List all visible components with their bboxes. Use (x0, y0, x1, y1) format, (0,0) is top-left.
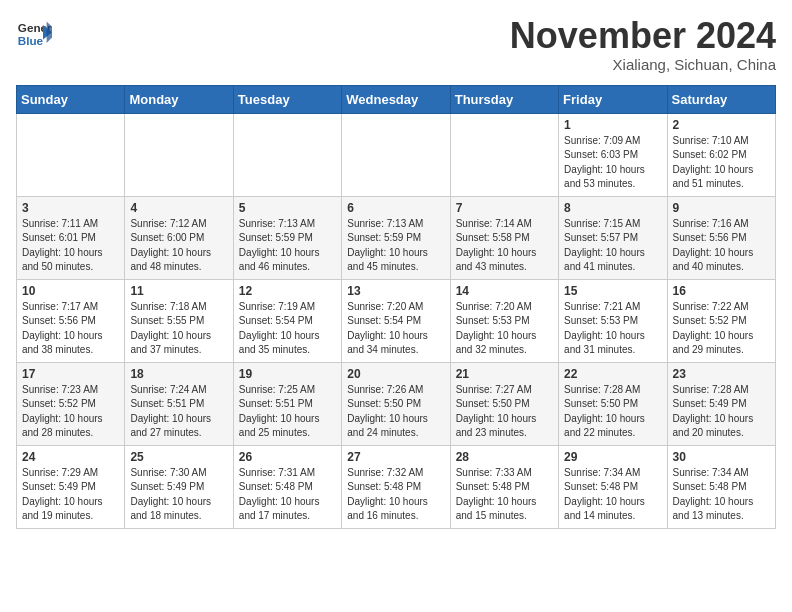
day-info: Sunrise: 7:27 AMSunset: 5:50 PMDaylight:… (456, 383, 553, 441)
day-number: 4 (130, 201, 227, 215)
day-number: 21 (456, 367, 553, 381)
day-number: 22 (564, 367, 661, 381)
day-info: Sunrise: 7:11 AMSunset: 6:01 PMDaylight:… (22, 217, 119, 275)
calendar-day-15: 15Sunrise: 7:21 AMSunset: 5:53 PMDayligh… (559, 279, 667, 362)
calendar-day-21: 21Sunrise: 7:27 AMSunset: 5:50 PMDayligh… (450, 362, 558, 445)
day-info: Sunrise: 7:29 AMSunset: 5:49 PMDaylight:… (22, 466, 119, 524)
calendar-week-1: 1Sunrise: 7:09 AMSunset: 6:03 PMDaylight… (17, 113, 776, 196)
day-info: Sunrise: 7:13 AMSunset: 5:59 PMDaylight:… (239, 217, 336, 275)
day-info: Sunrise: 7:28 AMSunset: 5:49 PMDaylight:… (673, 383, 770, 441)
day-info: Sunrise: 7:34 AMSunset: 5:48 PMDaylight:… (673, 466, 770, 524)
day-number: 20 (347, 367, 444, 381)
weekday-header-saturday: Saturday (667, 85, 775, 113)
calendar-empty-cell (342, 113, 450, 196)
day-number: 2 (673, 118, 770, 132)
calendar-day-3: 3Sunrise: 7:11 AMSunset: 6:01 PMDaylight… (17, 196, 125, 279)
day-info: Sunrise: 7:10 AMSunset: 6:02 PMDaylight:… (673, 134, 770, 192)
day-number: 5 (239, 201, 336, 215)
weekday-header-monday: Monday (125, 85, 233, 113)
calendar-day-14: 14Sunrise: 7:20 AMSunset: 5:53 PMDayligh… (450, 279, 558, 362)
calendar-day-1: 1Sunrise: 7:09 AMSunset: 6:03 PMDaylight… (559, 113, 667, 196)
day-number: 15 (564, 284, 661, 298)
logo-icon: General Blue (16, 16, 52, 52)
month-title: November 2024 (510, 16, 776, 56)
calendar-day-18: 18Sunrise: 7:24 AMSunset: 5:51 PMDayligh… (125, 362, 233, 445)
day-number: 11 (130, 284, 227, 298)
location-subtitle: Xialiang, Sichuan, China (510, 56, 776, 73)
day-info: Sunrise: 7:24 AMSunset: 5:51 PMDaylight:… (130, 383, 227, 441)
day-info: Sunrise: 7:17 AMSunset: 5:56 PMDaylight:… (22, 300, 119, 358)
calendar-day-4: 4Sunrise: 7:12 AMSunset: 6:00 PMDaylight… (125, 196, 233, 279)
day-number: 27 (347, 450, 444, 464)
calendar-day-25: 25Sunrise: 7:30 AMSunset: 5:49 PMDayligh… (125, 445, 233, 528)
page-header: General Blue November 2024 Xialiang, Sic… (16, 16, 776, 73)
calendar-day-16: 16Sunrise: 7:22 AMSunset: 5:52 PMDayligh… (667, 279, 775, 362)
day-number: 16 (673, 284, 770, 298)
calendar-day-8: 8Sunrise: 7:15 AMSunset: 5:57 PMDaylight… (559, 196, 667, 279)
day-number: 9 (673, 201, 770, 215)
day-info: Sunrise: 7:32 AMSunset: 5:48 PMDaylight:… (347, 466, 444, 524)
day-info: Sunrise: 7:14 AMSunset: 5:58 PMDaylight:… (456, 217, 553, 275)
calendar-day-17: 17Sunrise: 7:23 AMSunset: 5:52 PMDayligh… (17, 362, 125, 445)
calendar-day-19: 19Sunrise: 7:25 AMSunset: 5:51 PMDayligh… (233, 362, 341, 445)
calendar-empty-cell (450, 113, 558, 196)
day-number: 13 (347, 284, 444, 298)
day-number: 1 (564, 118, 661, 132)
calendar-empty-cell (125, 113, 233, 196)
weekday-header-tuesday: Tuesday (233, 85, 341, 113)
svg-text:Blue: Blue (18, 34, 44, 47)
day-number: 24 (22, 450, 119, 464)
title-block: November 2024 Xialiang, Sichuan, China (510, 16, 776, 73)
day-info: Sunrise: 7:22 AMSunset: 5:52 PMDaylight:… (673, 300, 770, 358)
calendar-day-9: 9Sunrise: 7:16 AMSunset: 5:56 PMDaylight… (667, 196, 775, 279)
calendar-week-3: 10Sunrise: 7:17 AMSunset: 5:56 PMDayligh… (17, 279, 776, 362)
calendar-table: SundayMondayTuesdayWednesdayThursdayFrid… (16, 85, 776, 529)
calendar-day-30: 30Sunrise: 7:34 AMSunset: 5:48 PMDayligh… (667, 445, 775, 528)
day-info: Sunrise: 7:19 AMSunset: 5:54 PMDaylight:… (239, 300, 336, 358)
calendar-day-23: 23Sunrise: 7:28 AMSunset: 5:49 PMDayligh… (667, 362, 775, 445)
day-info: Sunrise: 7:28 AMSunset: 5:50 PMDaylight:… (564, 383, 661, 441)
day-number: 18 (130, 367, 227, 381)
day-number: 28 (456, 450, 553, 464)
day-info: Sunrise: 7:34 AMSunset: 5:48 PMDaylight:… (564, 466, 661, 524)
logo: General Blue (16, 16, 52, 52)
day-number: 29 (564, 450, 661, 464)
day-info: Sunrise: 7:21 AMSunset: 5:53 PMDaylight:… (564, 300, 661, 358)
day-info: Sunrise: 7:33 AMSunset: 5:48 PMDaylight:… (456, 466, 553, 524)
calendar-day-12: 12Sunrise: 7:19 AMSunset: 5:54 PMDayligh… (233, 279, 341, 362)
calendar-day-24: 24Sunrise: 7:29 AMSunset: 5:49 PMDayligh… (17, 445, 125, 528)
calendar-empty-cell (17, 113, 125, 196)
weekday-header-sunday: Sunday (17, 85, 125, 113)
day-number: 14 (456, 284, 553, 298)
calendar-day-20: 20Sunrise: 7:26 AMSunset: 5:50 PMDayligh… (342, 362, 450, 445)
day-number: 19 (239, 367, 336, 381)
day-number: 17 (22, 367, 119, 381)
calendar-day-2: 2Sunrise: 7:10 AMSunset: 6:02 PMDaylight… (667, 113, 775, 196)
weekday-header-row: SundayMondayTuesdayWednesdayThursdayFrid… (17, 85, 776, 113)
calendar-day-22: 22Sunrise: 7:28 AMSunset: 5:50 PMDayligh… (559, 362, 667, 445)
weekday-header-friday: Friday (559, 85, 667, 113)
day-info: Sunrise: 7:26 AMSunset: 5:50 PMDaylight:… (347, 383, 444, 441)
day-number: 10 (22, 284, 119, 298)
day-info: Sunrise: 7:20 AMSunset: 5:54 PMDaylight:… (347, 300, 444, 358)
day-info: Sunrise: 7:15 AMSunset: 5:57 PMDaylight:… (564, 217, 661, 275)
calendar-day-13: 13Sunrise: 7:20 AMSunset: 5:54 PMDayligh… (342, 279, 450, 362)
weekday-header-wednesday: Wednesday (342, 85, 450, 113)
day-info: Sunrise: 7:20 AMSunset: 5:53 PMDaylight:… (456, 300, 553, 358)
calendar-day-28: 28Sunrise: 7:33 AMSunset: 5:48 PMDayligh… (450, 445, 558, 528)
weekday-header-thursday: Thursday (450, 85, 558, 113)
day-info: Sunrise: 7:25 AMSunset: 5:51 PMDaylight:… (239, 383, 336, 441)
day-info: Sunrise: 7:31 AMSunset: 5:48 PMDaylight:… (239, 466, 336, 524)
calendar-day-26: 26Sunrise: 7:31 AMSunset: 5:48 PMDayligh… (233, 445, 341, 528)
day-number: 8 (564, 201, 661, 215)
day-info: Sunrise: 7:12 AMSunset: 6:00 PMDaylight:… (130, 217, 227, 275)
day-number: 26 (239, 450, 336, 464)
day-info: Sunrise: 7:30 AMSunset: 5:49 PMDaylight:… (130, 466, 227, 524)
day-number: 7 (456, 201, 553, 215)
day-number: 6 (347, 201, 444, 215)
day-number: 23 (673, 367, 770, 381)
day-number: 3 (22, 201, 119, 215)
calendar-week-4: 17Sunrise: 7:23 AMSunset: 5:52 PMDayligh… (17, 362, 776, 445)
calendar-day-7: 7Sunrise: 7:14 AMSunset: 5:58 PMDaylight… (450, 196, 558, 279)
day-info: Sunrise: 7:18 AMSunset: 5:55 PMDaylight:… (130, 300, 227, 358)
